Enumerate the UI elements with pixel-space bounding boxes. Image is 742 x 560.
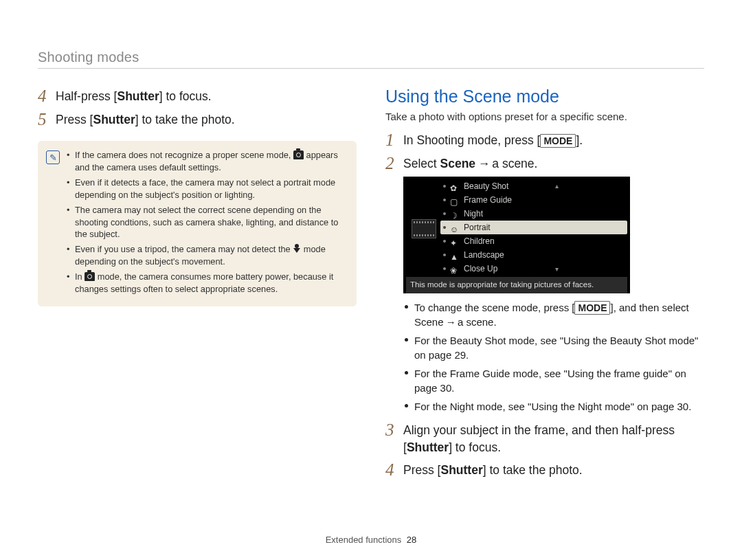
page-footer: Extended functions 28 [0,535,742,545]
step-text: Press [Shutter] to take the photo. [403,460,583,479]
frame-icon: ▢ [450,196,460,204]
sub-bullet: For the Frame Guide mode, see "Using the… [403,366,704,395]
note-item: Even if you use a tripod, the camera may… [67,243,347,268]
step-text: In Shooting mode, press [MODE]. [403,131,583,149]
note-box: ✎ If the camera does not recognize a pro… [38,141,357,306]
page-header: Shooting modes [38,0,704,69]
scene-sub-bullets: To change the scene mode, press [MODE], … [403,300,704,414]
portrait-icon: ☺ [450,223,460,232]
sub-bullet: For the Beauty Shot mode, see "Using the… [403,333,704,362]
step-text: Align your subject in the frame, and the… [403,421,704,457]
note-item: Even if it detects a face, the camera ma… [67,177,347,201]
film-icon [412,219,436,238]
note-icon: ✎ [46,150,60,164]
step-1-press-mode: 1 In Shooting mode, press [MODE]. [385,131,704,150]
section-intro: Take a photo with options preset for a s… [385,111,704,122]
step-text: Select Scene → a scene. [403,154,537,172]
menu-item-portrait: ☺Portrait [440,221,627,234]
step-4-press-shutter: 4 Press [Shutter] to take the photo. [385,460,704,480]
step-number: 4 [385,460,403,480]
menu-item-close-up: ❀Close Up [440,262,627,276]
night-icon: ☽ [450,210,460,218]
tripod-icon [293,244,301,254]
scene-menu-screenshot: ▴ ✿Beauty Shot ▢Frame Guide ☽Night ☺Port… [403,177,630,293]
sub-bullet: For the Night mode, see "Using the Night… [403,399,704,414]
note-item: If the camera does not recognize a prope… [67,149,347,174]
beauty-icon: ✿ [450,182,460,190]
footer-page-number: 28 [407,535,416,545]
note-list: If the camera does not recognize a prope… [67,149,347,298]
landscape-icon: ▲ [450,251,460,259]
note-item: The camera may not select the correct sc… [67,204,347,241]
menu-caption: This mode is appropriate for taking pict… [406,277,627,293]
step-2-select-scene: 2 Select Scene → a scene. [385,154,704,173]
menu-item-night: ☽Night [440,207,627,221]
menu-item-frame-guide: ▢Frame Guide [440,193,627,207]
mode-key: MODE [540,134,576,148]
section-heading: Using the Scene mode [385,87,704,107]
children-icon: ✦ [450,237,460,245]
closeup-icon: ❀ [450,265,460,273]
step-number: 5 [38,110,56,129]
step-number: 4 [38,87,56,106]
smart-scene-icon [85,272,95,281]
step-text: Press [Shutter] to take the photo. [56,110,235,128]
mode-key: MODE [574,301,610,315]
menu-item-landscape: ▲Landscape [440,248,627,262]
left-column: 4 Half-press [Shutter] to focus. 5 Press… [38,87,357,484]
menu-item-beauty-shot: ✿Beauty Shot [440,179,627,193]
step-text: Half-press [Shutter] to focus. [56,87,212,105]
step-4-focus: 4 Half-press [Shutter] to focus. [38,87,357,106]
step-number: 2 [385,154,403,173]
step-number: 1 [385,131,403,150]
footer-section: Extended functions [326,535,402,545]
right-column: Using the Scene mode Take a photo with o… [385,87,704,484]
step-5-shoot: 5 Press [Shutter] to take the photo. [38,110,357,129]
note-item: In mode, the camera consumes more batter… [67,271,347,295]
step-number: 3 [385,421,403,440]
sub-bullet: To change the scene mode, press [MODE], … [403,300,704,329]
menu-item-children: ✦Children [440,234,627,248]
smart-scene-icon [293,150,304,159]
chevron-down-icon: ▾ [555,264,559,274]
step-3-align: 3 Align your subject in the frame, and t… [385,421,704,457]
chevron-up-icon: ▴ [555,181,559,191]
